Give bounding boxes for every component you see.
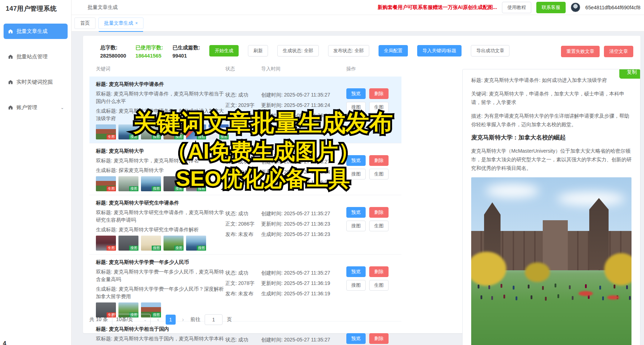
refresh-button[interactable]: 刷新 bbox=[248, 45, 268, 56]
clear-articles-button[interactable]: 清空文章 bbox=[604, 46, 633, 57]
row-status: 状态: 成功 bbox=[225, 268, 261, 278]
goto-suffix: 页 bbox=[227, 316, 232, 323]
article-table: 关键词 状态 导入时间 操作 标题: 麦克马斯特大学申请条件 双标题: 麦克马斯… bbox=[89, 64, 401, 345]
thumb-badge: 搜图 bbox=[152, 246, 161, 251]
article-thumbnail[interactable]: 搜图 bbox=[118, 236, 138, 251]
thumb-badge: 搜图 bbox=[197, 134, 206, 139]
article-thumbnail[interactable]: 搜图 bbox=[164, 236, 184, 251]
thumb-badge: 搜图 bbox=[129, 246, 138, 251]
copy-button[interactable]: 复制 bbox=[619, 69, 640, 79]
preview-button[interactable]: 预览 bbox=[346, 207, 366, 218]
delete-button[interactable]: 删除 bbox=[369, 155, 389, 166]
prev-page-button[interactable]: ‹ bbox=[155, 316, 161, 323]
preview-description: 描述: 为有意申请麦克马斯特大学的学生详细讲解申请要求及步骤，帮助你轻松掌握入学… bbox=[471, 112, 631, 129]
row-generated-time: 生成时间: 2025-05-27 11:36:19 bbox=[261, 289, 346, 299]
promo-notice[interactable]: 新购套餐用户可联系客服赠送一万张AI原创生成配图... bbox=[377, 4, 497, 11]
generate-image-button[interactable]: 生图 bbox=[369, 102, 389, 113]
stat-label: 总字数: bbox=[100, 45, 117, 50]
table-row[interactable]: 标题: 麦克马斯特大学学费一年多少人民币 双标题: 麦克马斯特大学学费一年多少人… bbox=[89, 255, 401, 321]
sidebar-item-account-management[interactable]: 账户管理 ⌄ bbox=[4, 100, 68, 115]
breadcrumb: 批量文章生成 bbox=[88, 4, 118, 11]
article-thumbnail[interactable]: 搜图 bbox=[186, 176, 206, 191]
article-thumbnail[interactable]: 搜图 bbox=[209, 124, 229, 139]
tab-home[interactable]: 首页 bbox=[74, 18, 96, 29]
preview-button[interactable]: 预览 bbox=[346, 88, 366, 99]
avatar[interactable] bbox=[571, 3, 580, 12]
row-updated-time: 更新时间: 2025-05-27 11:36:24 bbox=[261, 167, 346, 177]
row-gen-title: 生成标题: 探索麦克马斯特大学 bbox=[96, 167, 225, 174]
thumb-badge: 生图 bbox=[107, 186, 116, 191]
app-title: 147用户管理系统 bbox=[0, 0, 71, 17]
goto-page-input[interactable] bbox=[205, 314, 223, 325]
thumb-badge: 搜图 bbox=[197, 246, 206, 251]
reset-failed-button[interactable]: 重置失败文章 bbox=[561, 46, 600, 57]
thumb-badge: 搜图 bbox=[219, 134, 229, 139]
preview-button[interactable]: 预览 bbox=[346, 333, 366, 344]
article-thumbnail[interactable]: 生图 bbox=[96, 124, 116, 139]
table-row[interactable]: 标题: 麦克马斯特大学 双标题: 麦克马斯特大学，麦克马斯特大学排名 生成标题:… bbox=[89, 143, 401, 195]
row-subtitle: 双标题: 麦克马斯特大学，麦克马斯特大学排名 bbox=[96, 157, 225, 164]
preview-paragraph: 麦克马斯特大学（McMasterUniversity）位于加拿大安大略省的哈密尔… bbox=[471, 147, 631, 172]
page-size-value: 10条/页 bbox=[116, 316, 133, 323]
publish-status-filter[interactable]: 发布状态: 全部 bbox=[328, 45, 369, 56]
article-thumbnail[interactable]: 生图 bbox=[96, 176, 116, 191]
generate-image-button[interactable]: 生图 bbox=[369, 169, 389, 179]
thumb-badge: 搜图 bbox=[174, 246, 184, 251]
page-number[interactable]: 1 bbox=[166, 315, 176, 325]
search-image-button[interactable]: 搜图 bbox=[346, 221, 366, 231]
tab-article-generation[interactable]: 批量文章生成× bbox=[98, 18, 143, 29]
pagination-total: 共 10 条 bbox=[89, 316, 108, 323]
col-action: 操作 bbox=[346, 66, 397, 72]
article-thumbnail[interactable]: 搜图 bbox=[118, 176, 138, 191]
article-thumbnail[interactable]: 搜图 bbox=[186, 236, 206, 251]
article-thumbnail[interactable]: 搜图 bbox=[118, 124, 138, 139]
row-subtitle: 双标题: 麦克马斯特大学研究生申请条件，麦克马斯特大学研究生容易申请吗 bbox=[96, 209, 225, 224]
table-row[interactable]: 标题: 麦克马斯特大学研究生申请条件 双标题: 麦克马斯特大学研究生申请条件，麦… bbox=[89, 195, 401, 255]
generate-status-filter[interactable]: 生成状态: 全部 bbox=[277, 45, 318, 56]
import-keywords-button[interactable]: 导入关键词/标题 bbox=[417, 45, 462, 56]
preview-button[interactable]: 预览 bbox=[346, 155, 366, 166]
row-generated-time: 生成时间: 2025-05-27 11:36:24 bbox=[261, 177, 346, 188]
sidebar-item-article-generation[interactable]: 批量文章生成 bbox=[4, 24, 68, 39]
article-thumbnail[interactable]: 搜图 bbox=[164, 176, 184, 191]
row-wordcount: 正文: 2078字 bbox=[225, 278, 261, 289]
main-content: 总字数: 282580000 已使用字数: 186441565 已生成篇数: 9… bbox=[72, 31, 644, 345]
delete-button[interactable]: 删除 bbox=[369, 88, 389, 99]
row-updated-time: 更新时间: 2025-05-27 11:36:23 bbox=[261, 219, 346, 229]
article-thumbnail[interactable]: 搜图 bbox=[164, 124, 184, 139]
preview-button[interactable]: 预览 bbox=[346, 266, 366, 277]
article-thumbnail[interactable]: 搜图 bbox=[141, 176, 161, 191]
page-size-select[interactable]: 10条/页 ⌄ bbox=[112, 314, 151, 325]
row-title: 标题: 麦克马斯特大学相当于国内 bbox=[96, 325, 225, 333]
delete-button[interactable]: 删除 bbox=[369, 266, 389, 277]
row-updated-time: 更新时间: 2025-05-27 11:36:19 bbox=[261, 278, 346, 289]
generate-image-button[interactable]: 生图 bbox=[369, 221, 389, 231]
row-publish-status: 发布: 未发布 bbox=[225, 229, 261, 240]
house-icon bbox=[8, 54, 13, 59]
sidebar-item-keyword-mining[interactable]: 实时关键词挖掘 bbox=[4, 74, 68, 90]
close-icon[interactable]: × bbox=[135, 21, 138, 26]
table-row[interactable]: 标题: 麦克马斯特大学申请条件 双标题: 麦克马斯特大学申请条件，麦克马斯特大学… bbox=[89, 77, 401, 143]
start-generate-button[interactable]: 开始生成 bbox=[209, 45, 239, 56]
export-articles-button[interactable]: 导出成功文章 bbox=[471, 45, 509, 56]
row-wordcount: 正文: 2045字 bbox=[225, 167, 261, 177]
row-subtitle: 双标题: 麦克马斯特大学相当于国内，麦克马斯特大学本科 bbox=[96, 335, 225, 342]
global-config-button[interactable]: 全局配置 bbox=[379, 45, 408, 56]
article-thumbnail[interactable]: 搜图 bbox=[186, 124, 206, 139]
search-image-button[interactable]: 搜图 bbox=[346, 169, 366, 179]
article-thumbnail[interactable]: 搜图 bbox=[141, 236, 161, 251]
search-image-button[interactable]: 搜图 bbox=[346, 102, 366, 113]
tutorial-button[interactable]: 使用教程 bbox=[502, 2, 531, 13]
article-thumbnail[interactable]: 搜图 bbox=[141, 124, 161, 139]
row-created-time: 创建时间: 2025-05-27 11:35:27 bbox=[261, 157, 346, 167]
generate-image-button[interactable]: 生图 bbox=[369, 280, 389, 291]
delete-button[interactable]: 删除 bbox=[369, 333, 389, 344]
sidebar-item-label: 批量文章生成 bbox=[16, 28, 48, 35]
row-created-time: 创建时间: 2025-05-27 11:35:27 bbox=[261, 335, 346, 345]
delete-button[interactable]: 删除 bbox=[369, 207, 389, 218]
search-image-button[interactable]: 搜图 bbox=[346, 280, 366, 291]
sidebar-item-site-management[interactable]: 批量站点管理 bbox=[4, 49, 68, 64]
article-thumbnail[interactable]: 生图 bbox=[96, 236, 116, 251]
contact-support-button[interactable]: 联系客服 bbox=[536, 2, 566, 13]
next-page-button[interactable]: › bbox=[180, 316, 186, 323]
